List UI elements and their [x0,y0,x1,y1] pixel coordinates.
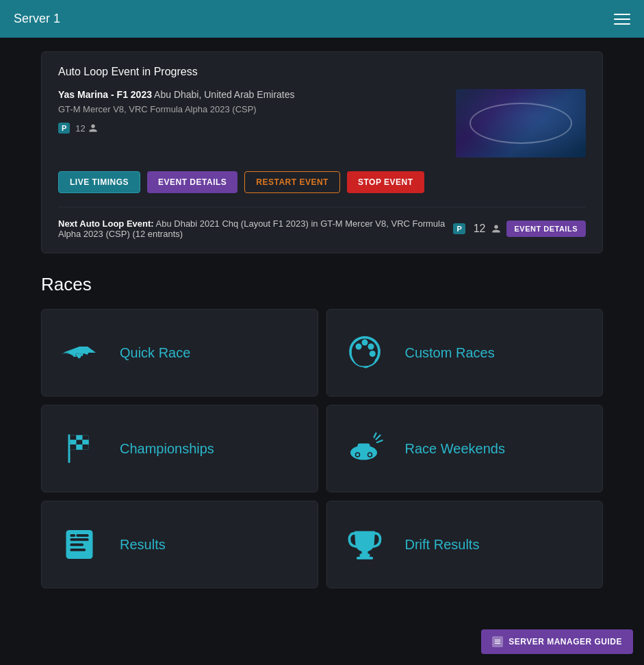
guide-label: SERVER MANAGER GUIDE [508,637,622,647]
track-location: Abu Dhabi, United Arab Emirates [152,89,295,100]
svg-rect-24 [357,444,370,450]
svg-rect-36 [70,534,76,537]
trophy-icon [344,524,385,565]
svg-rect-17 [77,440,83,444]
next-event-text: Next Auto Loop Event: Abu Dhabi 2021 Chq… [58,218,446,239]
championships-icon [55,425,103,473]
svg-point-7 [361,340,368,346]
svg-line-29 [376,436,380,440]
svg-rect-20 [77,444,83,450]
race-card-results[interactable]: Results [41,501,318,588]
live-timings-button[interactable]: LIVE TIMINGS [58,171,140,193]
svg-rect-21 [83,444,89,450]
next-event-details-button[interactable]: EVENT DETAILS [506,221,586,237]
svg-rect-35 [70,549,86,551]
next-p-badge: P [453,223,465,234]
svg-line-30 [377,440,383,442]
event-buttons: LIVE TIMINGS EVENT DETAILS RESTART EVENT… [58,171,586,193]
svg-marker-2 [67,349,76,353]
auto-loop-title: Auto Loop Event in Progress [58,66,586,78]
next-event-label: Next Auto Loop Event: [58,218,154,229]
svg-rect-33 [70,538,89,541]
main-content: Auto Loop Event in Progress Yas Marina -… [0,38,644,602]
svg-rect-18 [83,440,89,444]
svg-point-6 [355,344,361,350]
event-text: Yas Marina - F1 2023 Abu Dhabi, United A… [58,89,445,134]
list-icon [59,524,100,565]
svg-rect-39 [357,557,373,560]
hamburger-menu[interactable] [614,14,630,25]
server-title: Server 1 [14,12,60,26]
quick-race-label: Quick Race [120,345,190,361]
event-details-button[interactable]: EVENT DETAILS [147,171,237,193]
event-name: Yas Marina - F1 2023 Abu Dhabi, United A… [58,89,445,100]
race-grid: Quick Race Custom Races [41,309,603,588]
race-card-quick-race[interactable]: Quick Race [41,309,318,397]
race-card-custom-races[interactable]: Custom Races [326,309,604,397]
svg-point-8 [368,344,374,350]
track-image [456,89,586,158]
svg-rect-11 [68,434,70,463]
svg-point-28 [368,453,372,457]
svg-point-9 [369,351,375,357]
drift-results-label: Drift Results [405,537,480,553]
svg-rect-14 [77,436,83,440]
svg-rect-34 [70,544,84,547]
race-weekends-label: Race Weekends [405,441,505,457]
stop-event-button[interactable]: STOP EVENT [347,171,424,193]
race-card-championships[interactable]: Championships [41,405,318,492]
championships-label: Championships [120,441,214,457]
svg-line-31 [374,434,376,438]
app-header: Server 1 [0,0,644,38]
p-badge: P [58,123,70,134]
book-icon [493,638,502,646]
auto-loop-card: Auto Loop Event in Progress Yas Marina -… [41,51,603,253]
svg-point-27 [356,453,359,457]
event-cars: GT-M Mercer V8, VRC Formula Alpha 2023 (… [58,104,445,114]
event-info: Yas Marina - F1 2023 Abu Dhabi, United A… [58,89,586,158]
quick-race-icon [55,329,103,377]
svg-rect-37 [77,534,89,537]
track-name-bold: Yas Marina - F1 2023 [58,89,152,100]
custom-races-icon [341,329,389,377]
results-icon [55,520,103,568]
next-event-right: P 12 EVENT DETAILS [453,221,586,237]
guide-icon [492,636,503,647]
next-entrant-number: 12 [474,223,486,235]
svg-rect-19 [70,444,77,450]
entrant-number: 12 [75,123,85,134]
entrant-count: P 12 [58,123,98,134]
next-auto-loop: Next Auto Loop Event: Abu Dhabi 2021 Chq… [58,207,586,239]
race-weekends-icon [341,425,389,473]
restart-event-button[interactable]: RESTART EVENT [244,171,340,193]
custom-races-label: Custom Races [405,345,495,361]
palette-icon [344,332,385,373]
results-label: Results [120,537,166,553]
person-icon [88,123,98,133]
drift-results-icon [341,520,389,568]
flag-icon [59,428,100,469]
race-card-race-weekends[interactable]: Race Weekends [326,405,604,492]
plane-icon [59,332,100,373]
svg-rect-15 [83,436,89,440]
next-person-icon [491,224,501,234]
car-crash-icon [344,428,385,469]
svg-rect-13 [70,436,77,440]
svg-rect-16 [70,440,77,444]
races-title: Races [41,274,603,295]
race-card-drift-results[interactable]: Drift Results [326,501,604,588]
server-manager-guide-button[interactable]: SERVER MANAGER GUIDE [481,629,633,654]
